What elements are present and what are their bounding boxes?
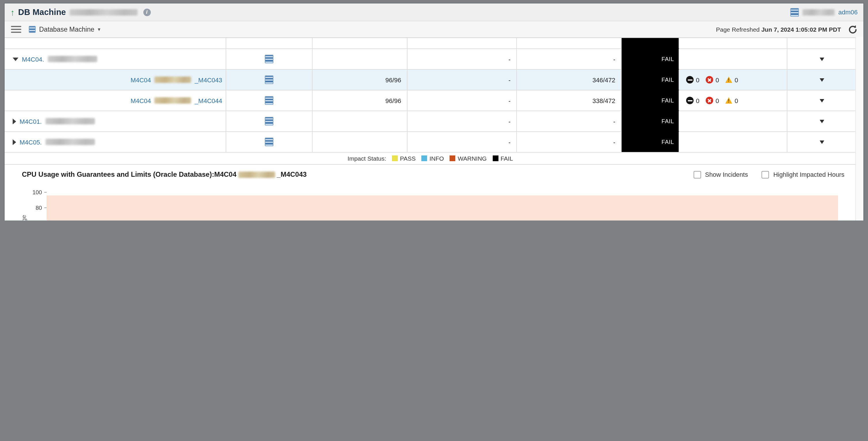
expand-collapse-icon[interactable] [13,118,16,124]
value-cell: 338/472 [517,90,622,111]
legend-item-info: INFO [421,155,444,162]
value-cell: - [407,48,517,69]
chevron-down-icon: ▾ [98,27,100,32]
target-link[interactable]: M4C04 [131,97,151,104]
value-cell [313,131,407,152]
value-cell [313,111,407,131]
up-arrow-icon[interactable]: ↑ [10,8,15,17]
scroll-content: M4C04. - - FAIL M4C04 _M4C [5,38,856,220]
info-swatch [421,155,427,161]
value-cell: 96/96 [313,69,407,90]
target-link[interactable]: M4C05. [20,139,42,145]
page: ↑ DB Machine i adm06 Database Machine ▾ … [5,3,863,220]
target-link[interactable]: _M4C043 [195,76,222,83]
redacted-title-text [69,9,137,15]
row-menu-icon[interactable] [819,78,824,82]
row-menu-icon[interactable] [819,99,824,102]
target-link[interactable]: M4C01. [20,118,42,125]
error-icon[interactable] [706,97,713,104]
cpu-guarantee-chart-panel: CPU Usage with Guarantees and Limits (Or… [5,164,856,220]
database-machine-icon [29,26,36,33]
database-icon [265,76,273,84]
highlight-impacted-hours-option: Highlight Impacted Hours [762,171,844,178]
impact-status-legend: Impact Status: PASS INFO WARNING FAIL [5,152,856,164]
value-cell: - [407,90,517,111]
table-row: M4C01. - - FAIL [5,111,856,131]
warning-icon[interactable] [725,97,733,104]
redacted-host-prefix [803,9,835,15]
row-menu-icon[interactable] [819,140,824,144]
value-cell: - [407,111,517,131]
legend-item-warning: WARNING [450,155,487,162]
checkbox-label: Show Incidents [705,171,748,178]
table-row: M4C05. - - FAIL [5,131,856,152]
error-count: 0 [715,97,719,104]
table-row: M4C04. - - FAIL [5,48,856,69]
blocked-icon[interactable] [686,76,693,84]
database-icon [265,96,273,105]
impact-status-cell: FAIL [622,90,679,111]
host-icon [790,8,799,17]
database-machine-icon [265,138,273,146]
toolbar: Database Machine ▾ Page Refreshed Jun 7,… [5,21,863,38]
warning-swatch [450,155,455,161]
value-cell: - [517,48,622,69]
impact-status-cell: FAIL [622,48,679,69]
error-icon[interactable] [706,76,713,84]
expand-collapse-icon[interactable] [13,57,19,61]
database-machine-icon [265,117,273,125]
legend-item-pass: PASS [392,155,415,162]
vertical-scrollbar[interactable] [855,37,863,220]
value-cell: - [407,131,517,152]
table-header-cut [5,38,856,48]
value-cell: - [517,131,622,152]
context-menu-button[interactable]: Database Machine ▾ [29,26,100,33]
redacted-name [45,139,95,145]
warning-icon[interactable] [725,77,733,83]
value-cell: - [517,111,622,131]
target-link[interactable]: M4C04. [22,56,44,62]
checkbox-label: Highlight Impacted Hours [773,171,844,178]
info-icon[interactable]: i [143,8,151,16]
page-header: ↑ DB Machine i adm06 [5,3,863,21]
menu-toggle-icon[interactable] [10,25,22,34]
context-menu-label: Database Machine [39,26,94,33]
chart-title: CPU Usage with Guarantees and Limits (Or… [22,170,307,178]
value-cell: 346/472 [517,69,622,90]
value-cell: 96/96 [313,90,407,111]
impact-legend-label: Impact Status: [348,155,386,162]
value-cell: - [407,69,517,90]
page-title: DB Machine [18,7,66,17]
refresh-prefix: Page Refreshed [716,26,760,33]
impact-status-cell: FAIL [622,131,679,152]
host-link[interactable]: adm06 [838,9,858,16]
target-link[interactable]: _M4C044 [195,97,222,104]
target-name-cell: M4C05. [5,131,226,152]
show-incidents-checkbox[interactable] [693,171,701,178]
target-name-cell: M4C04 _M4C044 [5,90,226,111]
target-link[interactable]: M4C04 [131,76,151,83]
refresh-icon[interactable] [848,25,858,34]
highlight-impacted-hours-checkbox[interactable] [762,171,769,178]
status-cell: 0 0 0 [679,69,787,90]
svg-text:60: 60 [36,220,42,220]
impact-status-cell: FAIL [622,111,679,131]
warning-count: 0 [735,76,738,83]
table-row: M4C04 _M4C044 96/96 - 338/472 FAIL 0 0 0 [5,90,856,111]
page-refreshed-text: Page Refreshed Jun 7, 2024 1:05:02 PM PD… [716,26,841,33]
legend-item-fail: FAIL [492,155,513,162]
table-row: M4C04 _M4C043 96/96 - 346/472 FAIL 0 0 0 [5,69,856,90]
blocked-icon[interactable] [686,97,693,104]
redacted-name [238,171,275,178]
show-incidents-option: Show Incidents [693,171,748,178]
redacted-name [155,77,191,83]
targets-table: M4C04. - - FAIL M4C04 _M4C [5,38,856,152]
expand-collapse-icon[interactable] [13,139,16,145]
row-menu-icon[interactable] [819,119,824,123]
target-name-cell: M4C01. [5,111,226,131]
redacted-name [155,97,191,104]
row-menu-icon[interactable] [819,57,824,61]
warning-count: 0 [735,97,738,104]
fail-swatch [492,155,498,161]
refresh-timestamp: Jun 7, 2024 1:05:02 PM PDT [761,26,841,33]
